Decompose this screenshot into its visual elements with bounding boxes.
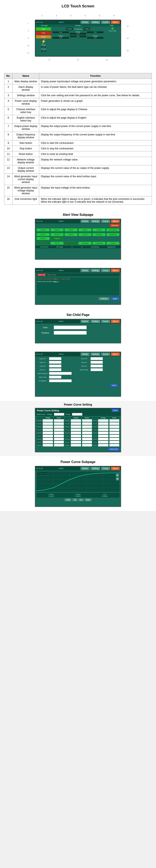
pcs-input-lp-6[interactable] xyxy=(54,438,64,440)
pcs-input-lp-2[interactable] xyxy=(54,426,64,428)
pcs-input-rp-6[interactable] xyxy=(110,438,119,440)
alert-griduv[interactable]: GridUV xyxy=(79,228,92,231)
pcs-input-lv-2[interactable] xyxy=(43,426,53,428)
pcurve-btn-f[interactable]: ► xyxy=(79,498,84,501)
alert-dcov1[interactable]: DCOV1 xyxy=(36,233,50,236)
alert-nav-alarm[interactable]: Alarm xyxy=(111,219,120,223)
pcs-input-mp-7[interactable] xyxy=(82,441,92,443)
alarm-dismiss-btn[interactable]: Dismiss xyxy=(110,224,120,227)
pcs-input-rv-3[interactable] xyxy=(98,429,108,431)
pcs-input-rv-4[interactable] xyxy=(98,432,108,434)
pcs-input-lp-7[interactable] xyxy=(54,441,64,443)
nav-curve-btn[interactable]: Curve xyxy=(101,21,110,24)
alert-dcuv2[interactable]: DCUV2 xyxy=(79,233,92,236)
pcurve-nav-setting[interactable]: Setting xyxy=(90,467,100,470)
pcs-input-lp-4[interactable] xyxy=(54,432,64,434)
pcs-input-rv-7[interactable] xyxy=(98,441,108,443)
reset-btn[interactable]: Reset xyxy=(36,35,51,38)
pcs-input-lv-4[interactable] xyxy=(43,432,53,434)
alarm-refresh-btn[interactable]: Refresh xyxy=(98,297,110,300)
input-input-ov[interactable] xyxy=(49,357,61,360)
pcurve-btn-r[interactable]: ◄ xyxy=(72,498,77,501)
pcs-input-lv-5[interactable] xyxy=(43,435,53,437)
pcs-input-mv-4[interactable] xyxy=(71,432,81,434)
pcs-input-rp-3[interactable] xyxy=(110,429,119,431)
input-start-time[interactable] xyxy=(49,376,61,378)
alarm-detail-nav-curve[interactable]: Curve xyxy=(101,269,110,272)
pcurve-btn-rr[interactable]: ◄◄ xyxy=(64,498,71,501)
alert-inputov[interactable]: InputOV xyxy=(36,228,50,231)
pcs-input-mv-3[interactable] xyxy=(71,429,81,431)
pcs-input-lv-7[interactable] xyxy=(43,441,53,443)
alarm-detail-nav-home[interactable]: Home xyxy=(81,269,90,272)
input-grid-off[interactable] xyxy=(91,357,103,360)
input-grid-uv[interactable] xyxy=(91,361,103,364)
alert-nav-home[interactable]: Home xyxy=(81,219,90,223)
pcs-input-rp-5[interactable] xyxy=(110,435,119,437)
pcs-input-lv-1[interactable] xyxy=(43,423,53,425)
alarm-detail-nav-setting[interactable]: Setting xyxy=(90,269,100,272)
alert-temperov[interactable]: TemperOV xyxy=(92,233,105,236)
pcs-input-rp-0[interactable] xyxy=(110,419,119,422)
pcs-input-lv-8[interactable] xyxy=(43,444,53,446)
nav-home-btn[interactable]: Home xyxy=(81,21,90,24)
pcs-input-mp-4[interactable] xyxy=(82,432,92,434)
input-grid-uv2[interactable] xyxy=(49,368,61,371)
rated-power-input[interactable] xyxy=(72,413,82,416)
alert-dcuv3[interactable]: DCUV3 xyxy=(51,242,64,245)
alert-dcov2[interactable]: DCOV2 xyxy=(51,233,64,236)
sc-nav-curve[interactable]: Curve xyxy=(101,320,110,323)
pcurve-nav-home[interactable]: Home xyxy=(81,467,90,470)
settings-nav-curve[interactable]: Curve xyxy=(101,352,110,356)
pcs-input-mv-8[interactable] xyxy=(71,444,81,446)
curve-scroll-down[interactable]: ▼ xyxy=(116,477,119,480)
alert-something2[interactable]: something2 xyxy=(92,242,105,245)
settings-save-btn[interactable]: Save xyxy=(111,384,118,387)
input-ip-address[interactable] xyxy=(49,379,72,382)
input-grid-ov[interactable] xyxy=(49,365,61,367)
alert-lostgrid[interactable]: LostGrid xyxy=(106,242,120,245)
alert-inputuv[interactable]: InputUV xyxy=(51,228,64,231)
stop-btn[interactable]: Stop xyxy=(36,31,51,35)
alert-nav-setting[interactable]: Setting xyxy=(90,219,100,223)
pcurve-btn-ff[interactable]: ►► xyxy=(85,498,92,501)
factory-input[interactable] xyxy=(54,331,87,335)
pcs-input-mp-3[interactable] xyxy=(82,429,92,431)
pcurve-nav-alarm[interactable]: Alarm xyxy=(111,467,120,470)
pcs-input-rv-0[interactable] xyxy=(98,419,108,422)
input-grid-on[interactable] xyxy=(91,365,103,367)
pcs-input-rp-4[interactable] xyxy=(110,432,119,434)
pcs-input-mv-1[interactable] xyxy=(71,423,81,425)
alarm-detail-nav-alarm[interactable]: Alarm xyxy=(111,269,120,272)
pcs-input-lp-1[interactable] xyxy=(54,423,64,425)
alert-freqov2[interactable]: FreqOV2 xyxy=(51,237,64,240)
pcs-save-btn[interactable]: Save xyxy=(112,409,119,412)
pcs-input-rv-1[interactable] xyxy=(98,423,108,425)
pcs-input-lv-3[interactable] xyxy=(43,429,53,431)
alert-gridoff[interactable]: GridOff xyxy=(92,228,105,231)
pcs-input-rp-7[interactable] xyxy=(110,441,119,443)
sc-nav-home[interactable]: Home xyxy=(81,320,90,323)
pcs-input-mv-5[interactable] xyxy=(71,435,81,437)
alert-gridmissing[interactable]: GridMissing xyxy=(106,233,120,236)
input-aws-address[interactable] xyxy=(49,372,72,375)
pcs-input-lp-0[interactable] xyxy=(54,419,64,422)
sc-nav-setting[interactable]: Setting xyxy=(90,320,100,323)
pcs-input-rv-5[interactable] xyxy=(98,435,108,437)
alert-empty2[interactable] xyxy=(64,242,77,245)
pcurve-nav-curve[interactable]: Curve xyxy=(101,467,110,470)
pcs-input-mp-5[interactable] xyxy=(82,435,92,437)
pcs-input-mv-0[interactable] xyxy=(71,419,81,422)
pcs-input-lp-3[interactable] xyxy=(54,429,64,431)
nav-setting-btn[interactable]: Setting xyxy=(90,21,100,24)
pcs-input-mp-2[interactable] xyxy=(82,426,92,428)
alert-freqov1[interactable]: FreqOV1 xyxy=(36,237,50,240)
alert-dcchargeov[interactable]: DCchargeOV xyxy=(106,228,120,231)
alarm-back-btn[interactable]: Back xyxy=(111,297,120,300)
pcs-input-rp-8[interactable] xyxy=(110,444,119,446)
rated-voltage-input[interactable] xyxy=(54,413,64,416)
alert-something[interactable]: something xyxy=(79,242,92,245)
pcs-input-mv-2[interactable] xyxy=(71,426,81,428)
pcs-input-rp-1[interactable] xyxy=(110,423,119,425)
nav-alarm-btn[interactable]: Alarm xyxy=(111,21,120,24)
